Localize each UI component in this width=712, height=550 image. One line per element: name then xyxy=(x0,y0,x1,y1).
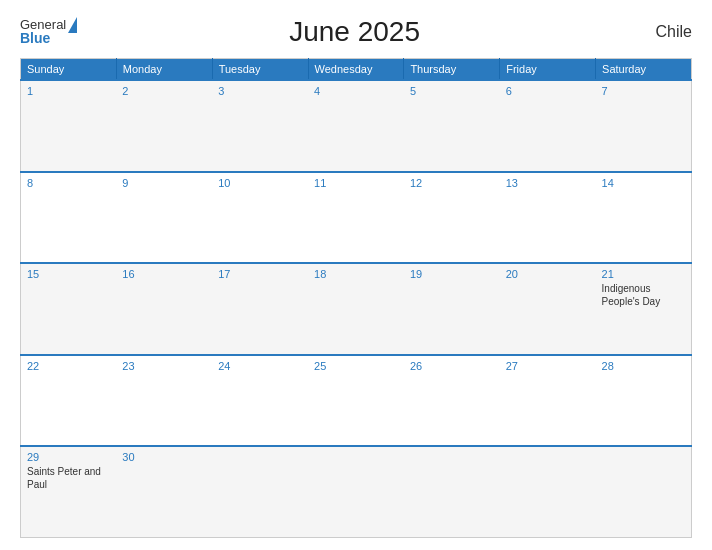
header-saturday: Saturday xyxy=(596,59,692,81)
day-number: 9 xyxy=(122,177,206,189)
calendar-cell: 2 xyxy=(116,80,212,172)
day-number: 22 xyxy=(27,360,110,372)
calendar-cell: 23 xyxy=(116,355,212,447)
calendar-cell: 17 xyxy=(212,263,308,355)
calendar-cell: 7 xyxy=(596,80,692,172)
header-sunday: Sunday xyxy=(21,59,117,81)
day-number: 18 xyxy=(314,268,398,280)
calendar-cell: 1 xyxy=(21,80,117,172)
header-monday: Monday xyxy=(116,59,212,81)
calendar-cell: 30 xyxy=(116,446,212,538)
day-number: 17 xyxy=(218,268,302,280)
day-number: 3 xyxy=(218,85,302,97)
day-number: 29 xyxy=(27,451,110,463)
day-number: 12 xyxy=(410,177,494,189)
day-number: 15 xyxy=(27,268,110,280)
calendar-cell xyxy=(500,446,596,538)
holiday-label: Saints Peter and Paul xyxy=(27,466,101,490)
calendar-cell: 29Saints Peter and Paul xyxy=(21,446,117,538)
calendar-week-row: 1234567 xyxy=(21,80,692,172)
logo-blue: Blue xyxy=(20,31,50,46)
day-number: 7 xyxy=(602,85,685,97)
calendar-cell: 18 xyxy=(308,263,404,355)
calendar-cell: 9 xyxy=(116,172,212,264)
calendar-cell xyxy=(308,446,404,538)
logo: General Blue xyxy=(20,17,77,46)
calendar-cell: 11 xyxy=(308,172,404,264)
calendar-cell: 27 xyxy=(500,355,596,447)
country-label: Chile xyxy=(632,23,692,41)
holiday-label: Indigenous People's Day xyxy=(602,283,661,307)
calendar-cell: 5 xyxy=(404,80,500,172)
day-number: 6 xyxy=(506,85,590,97)
calendar-cell: 24 xyxy=(212,355,308,447)
day-number: 30 xyxy=(122,451,206,463)
calendar-week-row: 891011121314 xyxy=(21,172,692,264)
header-friday: Friday xyxy=(500,59,596,81)
day-number: 16 xyxy=(122,268,206,280)
calendar-cell xyxy=(404,446,500,538)
page: General Blue June 2025 Chile Sunday Mond… xyxy=(0,0,712,550)
calendar-cell: 21Indigenous People's Day xyxy=(596,263,692,355)
calendar-cell: 28 xyxy=(596,355,692,447)
day-number: 11 xyxy=(314,177,398,189)
header-wednesday: Wednesday xyxy=(308,59,404,81)
header: General Blue June 2025 Chile xyxy=(20,16,692,48)
day-number: 20 xyxy=(506,268,590,280)
calendar-cell: 12 xyxy=(404,172,500,264)
day-number: 26 xyxy=(410,360,494,372)
calendar-cell: 22 xyxy=(21,355,117,447)
calendar-cell: 10 xyxy=(212,172,308,264)
day-number: 25 xyxy=(314,360,398,372)
day-number: 13 xyxy=(506,177,590,189)
header-tuesday: Tuesday xyxy=(212,59,308,81)
calendar-week-row: 22232425262728 xyxy=(21,355,692,447)
calendar-cell xyxy=(596,446,692,538)
day-number: 10 xyxy=(218,177,302,189)
calendar-cell: 8 xyxy=(21,172,117,264)
calendar-cell xyxy=(212,446,308,538)
calendar-week-row: 29Saints Peter and Paul30 xyxy=(21,446,692,538)
day-number: 19 xyxy=(410,268,494,280)
day-number: 28 xyxy=(602,360,685,372)
day-number: 1 xyxy=(27,85,110,97)
day-number: 23 xyxy=(122,360,206,372)
day-number: 21 xyxy=(602,268,685,280)
day-number: 4 xyxy=(314,85,398,97)
calendar-cell: 15 xyxy=(21,263,117,355)
calendar-cell: 16 xyxy=(116,263,212,355)
calendar-table: Sunday Monday Tuesday Wednesday Thursday… xyxy=(20,58,692,538)
calendar-cell: 20 xyxy=(500,263,596,355)
logo-triangle-icon xyxy=(68,17,77,33)
day-number: 5 xyxy=(410,85,494,97)
day-number: 27 xyxy=(506,360,590,372)
day-number: 14 xyxy=(602,177,685,189)
weekday-row: Sunday Monday Tuesday Wednesday Thursday… xyxy=(21,59,692,81)
header-thursday: Thursday xyxy=(404,59,500,81)
calendar-cell: 26 xyxy=(404,355,500,447)
day-number: 2 xyxy=(122,85,206,97)
calendar-cell: 6 xyxy=(500,80,596,172)
day-number: 24 xyxy=(218,360,302,372)
calendar-cell: 14 xyxy=(596,172,692,264)
calendar-cell: 19 xyxy=(404,263,500,355)
calendar-body: 123456789101112131415161718192021Indigen… xyxy=(21,80,692,538)
calendar-cell: 25 xyxy=(308,355,404,447)
day-number: 8 xyxy=(27,177,110,189)
calendar-week-row: 15161718192021Indigenous People's Day xyxy=(21,263,692,355)
calendar-cell: 4 xyxy=(308,80,404,172)
calendar-cell: 13 xyxy=(500,172,596,264)
calendar-header: Sunday Monday Tuesday Wednesday Thursday… xyxy=(21,59,692,81)
calendar-cell: 3 xyxy=(212,80,308,172)
calendar-title: June 2025 xyxy=(77,16,632,48)
